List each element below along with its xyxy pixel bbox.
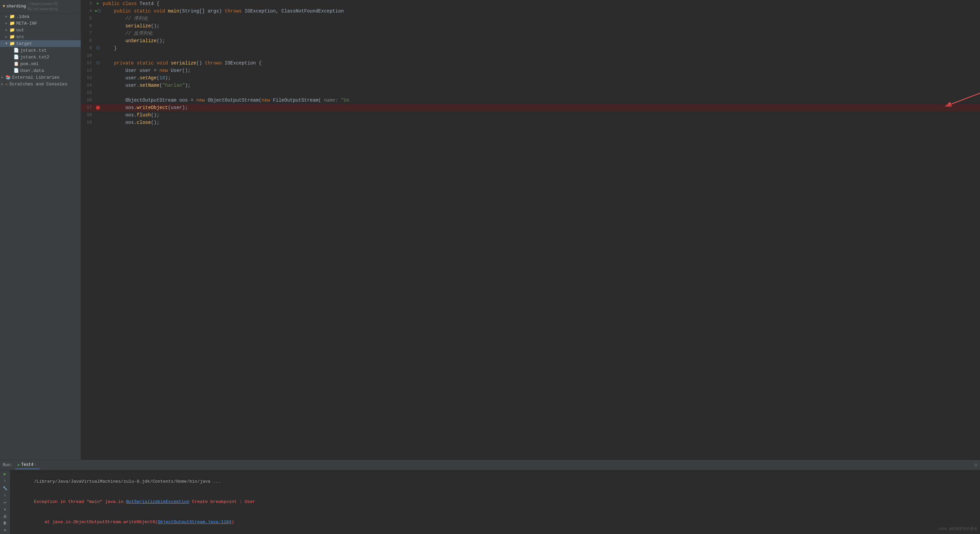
project-name: sharding bbox=[6, 4, 26, 9]
file-icon: 📄 bbox=[14, 54, 19, 60]
line-num-5: 5 bbox=[81, 15, 95, 22]
sidebar-item-pom-xml[interactable]: 📋 pom.xml bbox=[0, 60, 81, 67]
run-label: Run: bbox=[3, 463, 13, 467]
run-tab-test4[interactable]: ▶ Test4 ✕ bbox=[15, 461, 40, 469]
line-num-4: 4 bbox=[81, 8, 95, 15]
project-path: ~/Downloads/代码/jd/sharding bbox=[27, 2, 78, 11]
sidebar-label-idea: .idea bbox=[16, 14, 29, 19]
code-line-5: 5 // 序列化 bbox=[81, 15, 980, 22]
code-text-12: User user = new User(); bbox=[101, 67, 980, 74]
gutter-11: ⬡ bbox=[95, 59, 101, 67]
run-play-btn[interactable]: ▶ bbox=[2, 472, 9, 477]
clear-btn[interactable]: 🗑 bbox=[2, 521, 9, 526]
sidebar-item-meta-inf[interactable]: ▶ 📁 META-INF bbox=[0, 20, 81, 27]
tab-close-icon[interactable]: ✕ bbox=[35, 463, 37, 467]
expand-arrow-icon: ▶ bbox=[5, 14, 10, 19]
expand-arrow-icon: ▶ bbox=[2, 75, 5, 79]
file-xml-icon: 📋 bbox=[14, 61, 19, 67]
settings-btn[interactable]: 🔧 bbox=[2, 486, 9, 491]
console-line-error1: Exception in thread "main" java.io.NotSe… bbox=[13, 492, 977, 512]
code-text-9: } bbox=[101, 44, 980, 52]
error-text-1: Exception in thread "main" java.io. bbox=[34, 499, 126, 504]
code-text-18: oos.flush(); bbox=[101, 111, 980, 119]
sidebar-label-out: out bbox=[16, 28, 24, 33]
code-line-7: 7 // 反序列化 bbox=[81, 30, 980, 37]
sidebar-label-target: target bbox=[16, 41, 32, 46]
console-line-error2: at java.io.ObjectOutputStream.writeObjec… bbox=[13, 512, 977, 532]
code-editor: 3 ▶ public class Test4 { 4 ▶ ⬡ public st… bbox=[81, 0, 980, 460]
run-tab-icon: ▶ bbox=[18, 463, 20, 467]
sidebar-item-scratches[interactable]: ▶ ✏️ Scratches and Consoles bbox=[0, 81, 81, 87]
code-line-12: 12 User user = new User(); bbox=[81, 67, 980, 74]
sidebar-item-jstack-txt2[interactable]: 📄 jstack.txt2 bbox=[0, 54, 81, 60]
gutter-4: ▶ ⬡ bbox=[95, 8, 101, 15]
line-num-8: 8 bbox=[81, 37, 95, 44]
code-text-7: // 反序列化 bbox=[101, 30, 980, 37]
line-num-19: 19 bbox=[81, 119, 95, 126]
line-num-18: 18 bbox=[81, 111, 95, 119]
scroll-down-btn[interactable]: ↓ bbox=[2, 493, 9, 497]
expand-arrow-icon: ▼ bbox=[5, 42, 10, 46]
code-line-6: 6 serialize(); bbox=[81, 22, 980, 30]
code-text-5: // 序列化 bbox=[101, 15, 980, 22]
error-text-2: at java.io.ObjectOutputStream.writeObjec… bbox=[34, 520, 158, 524]
sidebar-label-user-data: User.data bbox=[20, 68, 44, 73]
file-icon: 📄 bbox=[14, 48, 19, 53]
line-num-15: 15 bbox=[81, 89, 95, 97]
code-text-14: user.setName("harlan"); bbox=[101, 82, 980, 89]
folder-icon: 📁 bbox=[10, 41, 15, 46]
sidebar-label-jstack-txt: jstack.txt bbox=[20, 48, 46, 53]
error-link-1[interactable]: NotSerializableException bbox=[126, 499, 189, 504]
code-line-18: 18 oos.flush(); bbox=[81, 111, 980, 119]
scroll-end-btn[interactable]: ↡ bbox=[2, 507, 9, 512]
file-data-icon: 📄 bbox=[14, 68, 19, 73]
code-text-13: user.setAge(18); bbox=[101, 74, 980, 82]
run-tab-name: Test4 bbox=[21, 462, 33, 467]
code-text-3: public class Test4 { bbox=[101, 0, 980, 8]
sidebar-item-idea[interactable]: ▶ 📁 .idea bbox=[0, 13, 81, 20]
console-output: /Library/Java/JavaVirtualMachines/zulu-8… bbox=[10, 470, 980, 534]
more-btn[interactable]: ≡ bbox=[2, 528, 9, 532]
code-line-4: 4 ▶ ⬡ public static void main(String[] a… bbox=[81, 8, 980, 15]
code-line-17: 17 oos.writeObject(user); bbox=[81, 104, 980, 111]
code-text-19: oos.close(); bbox=[101, 119, 980, 126]
bookmark-icon: ⬡ bbox=[97, 8, 101, 15]
error-after-1: Create breakpoint : User bbox=[189, 499, 255, 504]
sidebar-item-jstack-txt[interactable]: 📄 jstack.txt bbox=[0, 47, 81, 54]
run-icon[interactable]: ▶ bbox=[97, 0, 99, 8]
line-num-13: 13 bbox=[81, 74, 95, 82]
breakpoint-dot[interactable] bbox=[96, 106, 100, 110]
sidebar-label-external-libraries: External Libraries bbox=[12, 75, 59, 80]
bookmark-icon: ⬡ bbox=[96, 59, 100, 67]
scroll-up-btn[interactable]: ↑ bbox=[2, 478, 9, 484]
settings-icon[interactable]: ⚙ bbox=[975, 462, 977, 468]
line-num-7: 7 bbox=[81, 30, 95, 37]
sidebar-item-user-data[interactable]: 📄 User.data bbox=[0, 67, 81, 74]
sidebar-label-meta-inf: META-INF bbox=[16, 21, 37, 26]
code-line-11: 11 ⬡ private static void serialize() thr… bbox=[81, 59, 980, 67]
java-path-text: /Library/Java/JavaVirtualMachines/zulu-8… bbox=[34, 479, 221, 484]
console-sidebar: ▶ ↑ 🔧 ↓ ↵ ↡ 🖨 🗑 ≡ bbox=[0, 470, 10, 534]
expand-arrow-icon: ▶ bbox=[5, 28, 10, 32]
bottom-tabs-bar: Run: ▶ Test4 ✕ ⚙ bbox=[0, 460, 980, 470]
scratch-icon: ✏️ bbox=[5, 81, 8, 87]
code-line-10: 10 bbox=[81, 52, 980, 59]
sidebar-item-external-libraries[interactable]: ▶ 📚 External Libraries bbox=[0, 74, 81, 81]
sidebar-item-src[interactable]: ▶ 📁 src bbox=[0, 33, 81, 40]
project-sidebar: ▼ sharding ~/Downloads/代码/jd/sharding ▶ … bbox=[0, 0, 81, 460]
external-libraries-icon: 📚 bbox=[5, 75, 11, 80]
expand-arrow-icon: ▶ bbox=[2, 82, 5, 86]
wrap-btn[interactable]: ↵ bbox=[2, 499, 9, 505]
code-text-17: oos.writeObject(user); bbox=[101, 104, 980, 111]
sidebar-item-out[interactable]: ▶ 📁 out bbox=[0, 27, 81, 33]
project-title: ▼ sharding ~/Downloads/代码/jd/sharding bbox=[0, 0, 81, 13]
sidebar-label-src: src bbox=[16, 35, 24, 40]
code-line-9: 9 ⬡ } bbox=[81, 44, 980, 52]
sidebar-label-pom-xml: pom.xml bbox=[20, 62, 39, 67]
code-text-11: private static void serialize() throws I… bbox=[101, 59, 980, 67]
sidebar-item-target[interactable]: ▼ 📁 target bbox=[0, 40, 81, 47]
folder-icon: 📁 bbox=[10, 21, 15, 26]
print-btn[interactable]: 🖨 bbox=[2, 514, 9, 519]
error-link-2[interactable]: ObjectOutputStream.java:1184 bbox=[158, 520, 231, 524]
code-text-6: serialize(); bbox=[101, 22, 980, 30]
